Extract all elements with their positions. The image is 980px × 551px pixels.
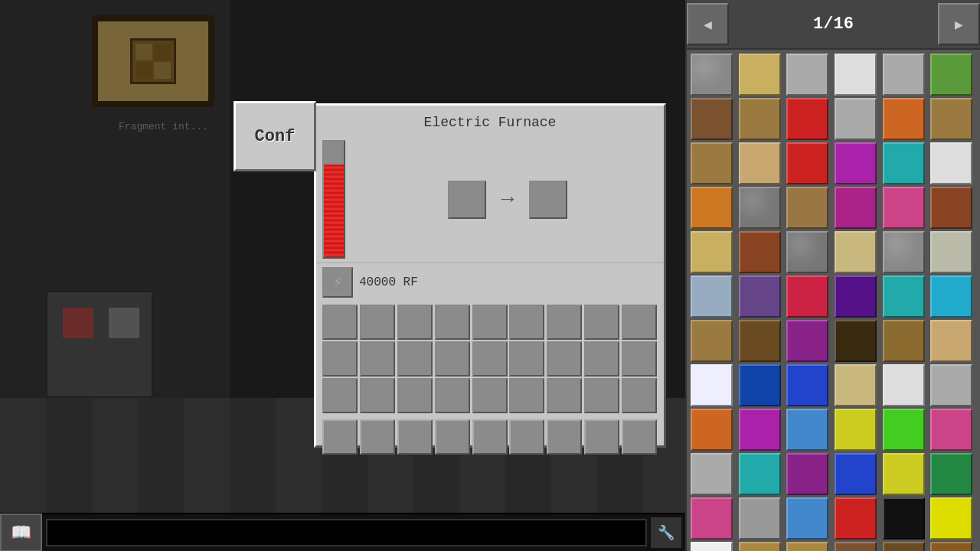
block-cell[interactable] [835, 98, 877, 140]
inv-slot[interactable] [509, 378, 544, 413]
inv-slot[interactable] [472, 305, 508, 340]
block-cell[interactable] [739, 409, 781, 451]
block-cell[interactable] [883, 98, 925, 140]
block-cell[interactable] [691, 364, 733, 406]
block-cell[interactable] [786, 142, 828, 184]
block-cell[interactable] [930, 142, 972, 184]
hotbar-slot[interactable] [435, 419, 470, 455]
inv-slot[interactable] [322, 305, 358, 340]
block-cell[interactable] [883, 409, 925, 451]
hotbar-slot[interactable] [509, 419, 544, 455]
block-cell[interactable] [786, 276, 828, 318]
block-cell[interactable] [786, 453, 828, 495]
block-cell[interactable] [691, 54, 733, 96]
inv-slot[interactable] [435, 341, 470, 377]
inv-slot[interactable] [322, 378, 358, 413]
block-cell[interactable] [930, 320, 972, 362]
block-cell[interactable] [691, 142, 733, 184]
inv-slot[interactable] [622, 305, 657, 340]
block-cell[interactable] [835, 497, 877, 540]
block-cell[interactable] [883, 364, 925, 406]
hotbar-slot[interactable] [322, 419, 358, 455]
block-cell[interactable] [786, 54, 828, 96]
block-cell[interactable] [691, 276, 733, 318]
hotbar-slot[interactable] [584, 419, 619, 455]
hotbar-slot[interactable] [472, 419, 508, 455]
next-page-button[interactable]: ▶ [938, 3, 980, 45]
block-cell[interactable] [883, 231, 925, 273]
inv-slot[interactable] [397, 378, 433, 413]
inv-slot[interactable] [472, 341, 508, 377]
block-cell[interactable] [835, 142, 877, 184]
block-cell[interactable] [883, 453, 925, 495]
hotbar-slot[interactable] [397, 419, 433, 455]
conf-button[interactable]: Conf [234, 101, 316, 171]
hotbar-slot[interactable] [622, 419, 657, 455]
inv-slot[interactable] [472, 378, 508, 413]
block-cell[interactable] [883, 276, 925, 318]
block-cell[interactable] [691, 497, 733, 540]
block-cell[interactable] [786, 231, 828, 273]
block-cell[interactable] [883, 542, 925, 551]
block-cell[interactable] [739, 453, 781, 495]
book-button[interactable]: 📖 [0, 514, 42, 551]
block-cell[interactable] [691, 231, 733, 273]
block-cell[interactable] [883, 142, 925, 184]
block-cell[interactable] [786, 364, 828, 406]
block-cell[interactable] [691, 320, 733, 362]
block-cell[interactable] [835, 276, 877, 318]
block-cell[interactable] [786, 187, 828, 229]
block-cell[interactable] [786, 542, 828, 551]
block-cell[interactable] [835, 320, 877, 362]
block-cell[interactable] [739, 187, 781, 229]
search-input[interactable] [46, 519, 647, 546]
block-cell[interactable] [835, 542, 877, 551]
block-cell[interactable] [930, 187, 972, 229]
hotbar-slot[interactable] [547, 419, 582, 455]
block-cell[interactable] [883, 54, 925, 96]
block-cell[interactable] [691, 542, 733, 551]
inv-slot[interactable] [360, 305, 395, 340]
block-cell[interactable] [786, 497, 828, 540]
output-slot[interactable] [529, 181, 567, 219]
block-cell[interactable] [835, 453, 877, 495]
wrench-button[interactable]: 🔧 [651, 517, 681, 548]
block-cell[interactable] [739, 276, 781, 318]
inv-slot[interactable] [584, 378, 619, 413]
block-cell[interactable] [930, 409, 972, 451]
inv-slot[interactable] [360, 341, 395, 377]
block-cell[interactable] [930, 364, 972, 406]
block-cell[interactable] [786, 409, 828, 451]
inv-slot[interactable] [397, 341, 433, 377]
block-cell[interactable] [739, 98, 781, 140]
input-slot[interactable] [448, 181, 486, 219]
inv-slot[interactable] [322, 341, 358, 377]
block-cell[interactable] [930, 98, 972, 140]
block-cell[interactable] [883, 320, 925, 362]
block-cell[interactable] [835, 187, 877, 229]
block-cell[interactable] [835, 231, 877, 273]
block-cell[interactable] [691, 453, 733, 495]
block-cell[interactable] [739, 320, 781, 362]
block-cell[interactable] [739, 364, 781, 406]
block-cell[interactable] [930, 276, 972, 318]
block-cell[interactable] [691, 98, 733, 140]
inv-slot[interactable] [584, 305, 619, 340]
inv-slot[interactable] [622, 378, 657, 413]
block-cell[interactable] [691, 409, 733, 451]
block-cell[interactable] [739, 497, 781, 540]
inv-slot[interactable] [547, 378, 582, 413]
energy-icon-slot[interactable]: ⚡ [322, 267, 353, 298]
block-cell[interactable] [930, 542, 972, 551]
block-cell[interactable] [883, 497, 925, 540]
inv-slot[interactable] [622, 341, 657, 377]
inv-slot[interactable] [435, 378, 470, 413]
block-cell[interactable] [930, 453, 972, 495]
block-cell[interactable] [786, 98, 828, 140]
block-cell[interactable] [835, 54, 877, 96]
block-cell[interactable] [691, 187, 733, 229]
inv-slot[interactable] [584, 341, 619, 377]
block-cell[interactable] [739, 54, 781, 96]
block-cell[interactable] [930, 54, 972, 96]
block-cell[interactable] [739, 231, 781, 273]
